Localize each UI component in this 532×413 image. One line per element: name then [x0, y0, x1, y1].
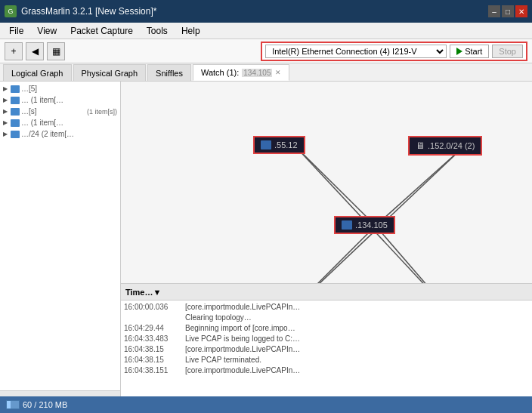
sidebar-label: …[5]	[21, 85, 117, 93]
tab-close-button[interactable]: ✕	[275, 69, 281, 76]
network-icon	[11, 119, 20, 127]
memory-fill	[7, 401, 11, 408]
sidebar-item-4[interactable]: ▶ …/24 (2 item[…	[0, 128, 120, 140]
sidebar-item-1[interactable]: ▶ … (1 item[…	[0, 94, 120, 106]
log-row: Clearing topology…	[124, 313, 529, 323]
menu-tools[interactable]: Tools	[141, 23, 174, 39]
sidebar-item-2[interactable]: ▶ …[s] (1 item[s])	[0, 106, 120, 117]
log-row: 16:04:38.15 [core.importmodule.LivePCAPI…	[124, 344, 529, 355]
log-area[interactable]: 16:00:00.036 [core.importmodule.LivePCAP…	[121, 301, 532, 396]
menu-file[interactable]: File	[3, 23, 29, 39]
sidebar-label: … (1 item[…	[21, 96, 116, 104]
sidebar-badge: (1 item[s])	[87, 108, 117, 116]
log-time: 16:04:38.15	[124, 355, 181, 365]
title-bar: G GrassMarlin 3.2.1 [New Session]* – □ ✕	[0, 0, 532, 23]
add-button[interactable]: +	[5, 42, 23, 60]
app-icon: G	[5, 5, 17, 17]
svg-line-1	[376, 146, 465, 226]
svg-line-4	[295, 146, 452, 283]
svg-line-0	[295, 146, 376, 226]
sidebar: ▶ …[5] ▶ … (1 item[… ▶ …[s] (1 item[s])	[0, 82, 121, 396]
node-134-105[interactable]: .134.105	[334, 216, 395, 234]
stop-button[interactable]: Stop	[492, 45, 523, 58]
node-network-icon	[342, 220, 352, 230]
menu-help[interactable]: Help	[175, 23, 206, 39]
menu-view[interactable]: View	[31, 23, 63, 39]
log-row: 16:04:29.44 Beginning import of [core.im…	[124, 323, 529, 334]
memory-status: 60 / 210 MB	[6, 400, 67, 409]
menu-bar: File View Packet Capture Tools Help	[0, 23, 532, 39]
svg-line-2	[287, 226, 376, 283]
grid-button[interactable]: ▦	[47, 42, 65, 60]
log-time: 16:04:38.15	[124, 344, 181, 355]
maximize-button[interactable]: □	[502, 5, 514, 17]
close-button[interactable]: ✕	[515, 5, 527, 17]
sidebar-label: …[s]	[21, 107, 85, 116]
window-title: GrassMarlin 3.2.1 [New Session]*	[21, 6, 484, 17]
window-controls: – □ ✕	[488, 5, 527, 17]
log-time	[124, 313, 181, 323]
sidebar-scrollbar[interactable]	[0, 390, 120, 396]
log-row: 16:04:38.15 Live PCAP terminated.	[124, 355, 529, 365]
sidebar-label: …/24 (2 item[…	[21, 130, 117, 138]
tab-logical-graph[interactable]: Logical Graph	[3, 64, 72, 81]
log-row: 16:00:00.036 [core.importmodule.LivePCAP…	[124, 302, 529, 313]
minimize-button[interactable]: –	[488, 5, 500, 17]
log-panel: Time…▼ 16:00:00.036 [core.importmodule.L…	[121, 283, 532, 396]
expand-arrow: ▶	[3, 97, 8, 103]
graph-svg	[121, 82, 532, 283]
monitor-icon: 🖥	[416, 140, 425, 151]
node-network-icon	[261, 140, 271, 149]
tab-bar: Logical Graph Physical Graph Sniffles Wa…	[0, 63, 532, 82]
memory-bar	[6, 400, 20, 409]
log-msg: Live PCAP terminated.	[185, 355, 261, 365]
tab-physical-graph[interactable]: Physical Graph	[73, 64, 147, 81]
sidebar-content: ▶ …[5] ▶ … (1 item[… ▶ …[s] (1 item[s])	[0, 82, 120, 390]
graph-area: .55.12 🖥 .152.0/24 (2) .134.105 .145.241	[121, 82, 532, 283]
expand-arrow: ▶	[3, 131, 8, 137]
log-msg: [core.importmodule.LivePCAPIn…	[185, 344, 300, 355]
sidebar-label: … (1 item[…	[21, 119, 117, 127]
network-icon	[11, 131, 20, 138]
tab-watch[interactable]: Watch (1): 134.105 ✕	[193, 64, 289, 81]
log-msg: Clearing topology…	[185, 313, 252, 323]
memory-text: 60 / 210 MB	[23, 400, 67, 409]
interface-group: Intel(R) Ethernet Connection (4) I219-V …	[261, 42, 527, 61]
expand-arrow: ▶	[3, 108, 8, 115]
network-icon	[11, 108, 20, 116]
expand-arrow: ▶	[3, 119, 8, 126]
tab-sniffles[interactable]: Sniffles	[147, 64, 191, 81]
log-msg: Live PCAP is being logged to C:…	[185, 334, 300, 344]
sidebar-item-0[interactable]: ▶ …[5]	[0, 83, 120, 94]
start-button[interactable]: Start	[450, 45, 489, 58]
sidebar-item-3[interactable]: ▶ … (1 item[…	[0, 117, 120, 128]
node-label: .55.12	[274, 140, 298, 149]
toolbar: + ◀ ▦ Intel(R) Ethernet Connection (4) I…	[0, 39, 532, 63]
svg-line-3	[376, 226, 452, 283]
menu-packet-capture[interactable]: Packet Capture	[64, 23, 139, 39]
back-button[interactable]: ◀	[26, 42, 44, 60]
log-time: 16:04:33.483	[124, 334, 181, 344]
play-icon	[456, 48, 462, 55]
node-152-0-24[interactable]: 🖥 .152.0/24 (2)	[408, 136, 482, 156]
status-bar: 60 / 210 MB	[0, 396, 532, 413]
log-msg: Beginning import of [core.impo…	[185, 323, 295, 334]
log-row: 16:04:33.483 Live PCAP is being logged t…	[124, 334, 529, 344]
node-55-12[interactable]: .55.12	[253, 136, 305, 154]
log-msg: [core.importmodule.LivePCAPIn…	[185, 365, 300, 376]
log-time: 16:04:38.151	[124, 365, 181, 376]
expand-arrow: ▶	[3, 85, 8, 92]
node-label: .134.105	[355, 220, 388, 230]
network-icon	[11, 97, 20, 104]
log-msg: [core.importmodule.LivePCAPIn…	[185, 302, 300, 313]
log-row: 16:04:38.151 [core.importmodule.LivePCAP…	[124, 365, 529, 376]
log-panel-header: Time…▼	[121, 284, 532, 301]
log-time: 16:04:29.44	[124, 323, 181, 334]
svg-line-5	[287, 146, 465, 283]
network-icon	[11, 85, 20, 93]
log-time: 16:00:00.036	[124, 302, 181, 313]
interface-select[interactable]: Intel(R) Ethernet Connection (4) I219-V	[265, 45, 447, 58]
watch-ip: 134.105	[242, 69, 272, 77]
node-label: .152.0/24 (2)	[428, 141, 475, 150]
